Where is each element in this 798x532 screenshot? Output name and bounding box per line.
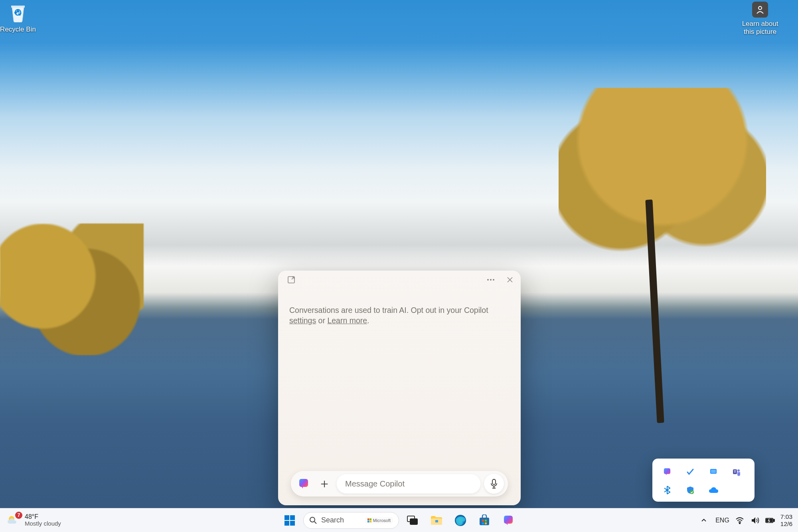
svg-rect-21 bbox=[370, 520, 372, 522]
copilot-window: Conversations are used to train AI. Opt … bbox=[278, 271, 521, 505]
weather-temp: 48°F bbox=[25, 513, 61, 520]
svg-point-10 bbox=[737, 469, 740, 472]
close-icon[interactable] bbox=[504, 274, 516, 286]
svg-text:T: T bbox=[734, 470, 736, 474]
tray-teams-icon[interactable]: T bbox=[727, 464, 747, 479]
wallpaper-tree-canopy bbox=[559, 88, 766, 351]
recycle-bin-icon[interactable]: Recycle Bin bbox=[0, 2, 40, 34]
search-microsoft-badge: Microsoft bbox=[365, 517, 393, 524]
weather-widget[interactable]: 7 48°F Mostly cloudy bbox=[0, 513, 61, 528]
svg-point-2 bbox=[487, 279, 489, 281]
weather-icon: 7 bbox=[6, 513, 21, 528]
svg-rect-27 bbox=[480, 518, 489, 525]
svg-point-3 bbox=[490, 279, 492, 281]
search-icon bbox=[309, 516, 317, 524]
copilot-notice: Conversations are used to train AI. Opt … bbox=[278, 289, 521, 326]
weather-badge: 7 bbox=[15, 512, 22, 519]
svg-rect-20 bbox=[367, 520, 369, 522]
svg-rect-7 bbox=[711, 470, 716, 473]
weather-condition: Mostly cloudy bbox=[25, 520, 61, 527]
svg-point-17 bbox=[310, 517, 315, 522]
store-button[interactable] bbox=[474, 510, 495, 531]
tray-todo-icon[interactable] bbox=[680, 464, 700, 479]
clock[interactable]: 7:03 12/6 bbox=[780, 513, 792, 528]
recycle-bin-label: Recycle Bin bbox=[0, 26, 40, 34]
copilot-taskbar-button[interactable] bbox=[498, 510, 519, 531]
wifi-icon[interactable] bbox=[735, 516, 745, 525]
start-button[interactable] bbox=[279, 510, 300, 531]
taskbar-search-placeholder: Search bbox=[321, 516, 344, 524]
svg-point-0 bbox=[758, 6, 762, 10]
svg-rect-19 bbox=[370, 518, 372, 520]
recycle-bin-glyph bbox=[8, 2, 28, 23]
learn-about-picture-icon[interactable]: Learn about this picture bbox=[734, 2, 786, 36]
copilot-learn-more-link[interactable]: Learn more bbox=[327, 316, 367, 325]
tray-copilot-icon[interactable] bbox=[657, 464, 677, 479]
tray-overflow-popup: T bbox=[652, 459, 755, 502]
microphone-button[interactable] bbox=[484, 474, 504, 494]
battery-icon[interactable] bbox=[765, 516, 775, 525]
svg-rect-35 bbox=[773, 519, 774, 522]
svg-rect-31 bbox=[485, 522, 487, 524]
task-view-button[interactable] bbox=[402, 510, 423, 531]
tray-onedrive-icon[interactable] bbox=[703, 483, 723, 498]
expand-icon[interactable] bbox=[285, 274, 297, 286]
svg-rect-18 bbox=[367, 518, 369, 520]
clock-time: 7:03 bbox=[780, 513, 792, 520]
edge-button[interactable] bbox=[450, 510, 471, 531]
taskbar: 7 48°F Mostly cloudy Search Microsoft bbox=[0, 508, 798, 532]
tray-your-phone-icon[interactable] bbox=[703, 464, 723, 479]
tray-bluetooth-icon[interactable] bbox=[657, 483, 677, 498]
svg-rect-29 bbox=[485, 520, 487, 522]
copilot-message-input[interactable]: Message Copilot bbox=[336, 474, 481, 494]
tray-overflow-button[interactable] bbox=[698, 514, 710, 526]
weather-text: 48°F Mostly cloudy bbox=[25, 513, 61, 527]
taskbar-center: Search Microsoft bbox=[279, 510, 519, 531]
taskbar-search[interactable]: Search Microsoft bbox=[303, 512, 399, 529]
svg-point-11 bbox=[690, 490, 694, 494]
copilot-settings-link[interactable]: settings bbox=[289, 316, 316, 325]
svg-point-32 bbox=[739, 522, 740, 524]
svg-rect-25 bbox=[435, 520, 438, 522]
svg-rect-5 bbox=[492, 479, 496, 485]
spotlight-glyph bbox=[752, 2, 768, 18]
language-indicator[interactable]: ENG bbox=[715, 517, 729, 524]
svg-rect-13 bbox=[284, 515, 289, 520]
copilot-notice-text-3: . bbox=[367, 316, 369, 325]
copilot-input-row: ＋ Message Copilot bbox=[291, 471, 508, 496]
file-explorer-button[interactable] bbox=[426, 510, 447, 531]
svg-rect-14 bbox=[290, 515, 295, 520]
new-chat-button[interactable]: ＋ bbox=[316, 475, 333, 492]
wallpaper-foliage bbox=[0, 223, 144, 355]
search-microsoft-label: Microsoft bbox=[373, 518, 391, 523]
svg-rect-30 bbox=[482, 522, 484, 524]
tray-security-icon[interactable] bbox=[680, 483, 700, 498]
clock-date: 12/6 bbox=[780, 520, 792, 528]
taskbar-right: ENG 7:03 12/6 bbox=[698, 513, 798, 528]
learn-about-picture-label-1: Learn about bbox=[734, 20, 786, 28]
copilot-notice-text-2: or bbox=[316, 316, 327, 325]
svg-rect-23 bbox=[410, 519, 417, 524]
copilot-titlebar bbox=[278, 271, 521, 289]
volume-icon[interactable] bbox=[750, 516, 760, 525]
svg-rect-15 bbox=[284, 521, 289, 526]
learn-about-picture-label-2: this picture bbox=[734, 28, 786, 36]
copilot-logo-icon[interactable] bbox=[295, 475, 312, 492]
copilot-notice-text-1: Conversations are used to train AI. Opt … bbox=[289, 306, 488, 314]
svg-point-4 bbox=[493, 279, 494, 281]
more-icon[interactable] bbox=[485, 274, 497, 286]
copilot-message-placeholder: Message Copilot bbox=[345, 479, 405, 488]
svg-rect-28 bbox=[482, 520, 484, 522]
svg-rect-16 bbox=[290, 521, 295, 526]
